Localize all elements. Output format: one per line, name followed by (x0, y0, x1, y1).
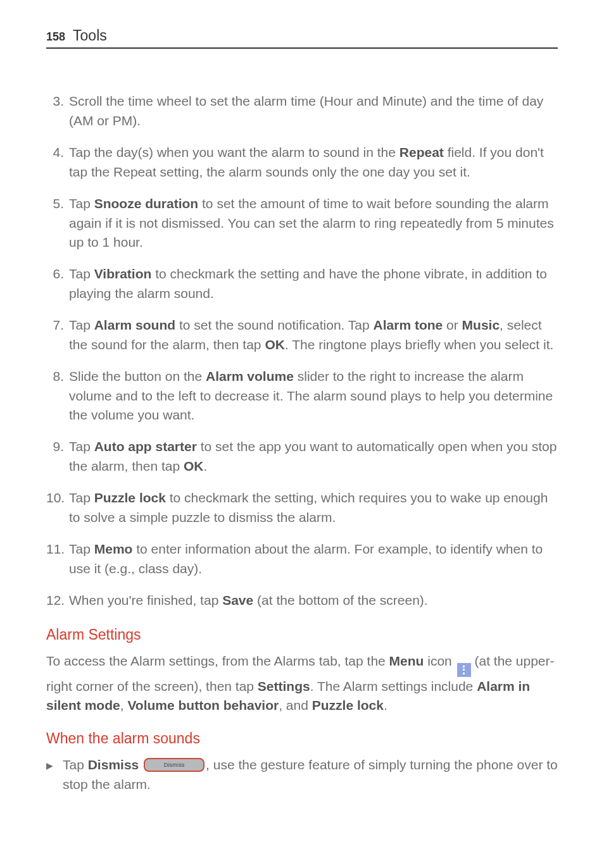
step-item: 5.Tap Snooze duration to set the amount … (46, 194, 558, 252)
bold-term: OK (184, 459, 204, 473)
paragraph-alarm-settings: To access the Alarm settings, from the A… (46, 652, 558, 716)
step-body: Tap the day(s) when you want the alarm t… (69, 143, 558, 182)
page: 158 Tools 3.Scroll the time wheel to set… (0, 0, 604, 840)
step-number: 11. (46, 540, 64, 578)
step-body: Tap Vibration to checkmark the setting a… (69, 264, 558, 303)
menu-icon (457, 663, 471, 677)
step-number: 12. (46, 591, 64, 610)
bold-term: Settings (258, 679, 310, 693)
heading-when-alarm-sounds: When the alarm sounds (46, 728, 558, 749)
heading-alarm-settings: Alarm Settings (46, 624, 558, 645)
running-header: 158 Tools (46, 25, 558, 49)
bullet-item: ▶ Tap Dismiss Dismiss, use the gesture f… (46, 755, 558, 794)
dismiss-icon-label: Dismiss (145, 759, 203, 771)
bold-term: Repeat (400, 145, 444, 159)
step-body: Slide the button on the Alarm volume sli… (69, 367, 558, 425)
step-number: 10. (46, 488, 64, 527)
bold-term: Snooze duration (94, 196, 199, 211)
bold-term: Save (222, 593, 253, 607)
step-body: Tap Auto app starter to set the app you … (69, 437, 558, 476)
bold-term: Memo (94, 542, 133, 556)
step-body: When you're finished, tap Save (at the b… (69, 591, 558, 610)
step-body: Tap Memo to enter information about the … (69, 540, 558, 578)
step-body: Tap Alarm sound to set the sound notific… (69, 316, 558, 354)
bold-term: Puzzle lock (94, 490, 166, 505)
step-item: 3.Scroll the time wheel to set the alarm… (46, 92, 558, 130)
bold-term: OK (265, 337, 285, 352)
step-number: 6. (46, 264, 64, 303)
step-body: Tap Snooze duration to set the amount of… (69, 194, 558, 252)
bold-term: Menu (389, 654, 424, 668)
bold-term: Volume button behavior (127, 698, 279, 712)
bold-term: Alarm volume (206, 369, 294, 383)
step-item: 6.Tap Vibration to checkmark the setting… (46, 264, 558, 303)
bullet-body: Tap Dismiss Dismiss, use the gesture fea… (63, 755, 558, 794)
step-number: 4. (46, 143, 64, 182)
step-item: 12.When you're finished, tap Save (at th… (46, 591, 558, 610)
step-body: Tap Puzzle lock to checkmark the setting… (69, 488, 558, 527)
bold-term: Puzzle lock (312, 698, 384, 712)
step-body: Scroll the time wheel to set the alarm t… (69, 92, 558, 130)
page-number: 158 (46, 28, 65, 45)
step-number: 3. (46, 92, 64, 130)
step-item: 4.Tap the day(s) when you want the alarm… (46, 143, 558, 182)
step-item: 11.Tap Memo to enter information about t… (46, 540, 558, 578)
running-title: Tools (73, 25, 107, 46)
bold-term: Dismiss (88, 757, 139, 772)
bold-term: Vibration (94, 266, 152, 281)
step-number: 5. (46, 194, 64, 252)
step-item: 9.Tap Auto app starter to set the app yo… (46, 437, 558, 476)
bold-term: Music (462, 318, 500, 332)
step-number: 8. (46, 367, 64, 425)
bold-term: Auto app starter (94, 439, 197, 454)
bullet-marker: ▶ (46, 755, 58, 794)
bold-term: Alarm sound (94, 318, 175, 332)
step-number: 9. (46, 437, 64, 476)
step-item: 7.Tap Alarm sound to set the sound notif… (46, 316, 558, 354)
step-item: 10.Tap Puzzle lock to checkmark the sett… (46, 488, 558, 527)
ordered-steps: 3.Scroll the time wheel to set the alarm… (46, 92, 558, 610)
step-number: 7. (46, 316, 64, 354)
bold-term: Alarm tone (374, 318, 443, 332)
step-item: 8.Slide the button on the Alarm volume s… (46, 367, 558, 425)
dismiss-icon: Dismiss (144, 758, 204, 772)
